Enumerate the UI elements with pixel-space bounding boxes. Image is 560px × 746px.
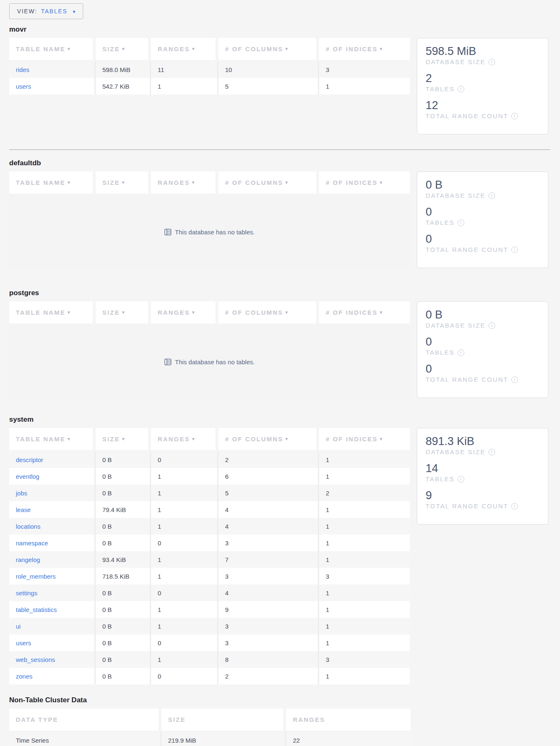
cell-columns: 5: [218, 78, 319, 94]
cell-value: 1: [158, 656, 161, 663]
info-icon[interactable]: [488, 322, 495, 329]
sort-arrow-icon[interactable]: ▼: [67, 437, 71, 441]
column-header-size[interactable]: SIZE▼: [96, 172, 151, 195]
column-header-table-name[interactable]: TABLE NAME▼: [9, 428, 96, 451]
sort-arrow-icon[interactable]: ▼: [67, 310, 71, 315]
table-name-link[interactable]: users: [16, 83, 31, 90]
table-name-link[interactable]: rides: [16, 66, 30, 73]
column-header-table-name[interactable]: TABLE NAME▼: [9, 38, 96, 61]
table-name-link[interactable]: lease: [16, 506, 31, 513]
sort-arrow-icon[interactable]: ▼: [379, 437, 383, 441]
table-name-link[interactable]: users: [16, 639, 31, 647]
table-name-link[interactable]: descriptor: [16, 456, 43, 463]
sort-arrow-icon[interactable]: ▼: [67, 180, 71, 185]
column-header-ranges[interactable]: RANGES▼: [151, 172, 218, 195]
sort-arrow-icon[interactable]: ▼: [121, 437, 125, 441]
cell-value: 0 B: [102, 589, 112, 597]
database-title-system: system: [9, 415, 550, 425]
table-name-link[interactable]: role_members: [16, 573, 56, 580]
cell-indices: 1: [319, 551, 410, 568]
table-name-link[interactable]: jobs: [16, 490, 27, 497]
sort-arrow-icon[interactable]: ▼: [191, 437, 195, 441]
cell-value: 1: [326, 456, 329, 463]
sort-arrow-icon[interactable]: ▼: [285, 47, 289, 51]
cell-value: 0 B: [102, 623, 112, 630]
sort-arrow-icon[interactable]: ▼: [379, 180, 383, 185]
column-header-ranges[interactable]: RANGES▼: [151, 428, 218, 451]
column-header-of-indices[interactable]: # OF INDICES▼: [319, 301, 410, 325]
column-header-of-columns[interactable]: # OF COLUMNS▼: [218, 38, 319, 61]
column-header-of-indices[interactable]: # OF INDICES▼: [319, 172, 410, 195]
info-icon[interactable]: [488, 59, 495, 65]
sort-arrow-icon[interactable]: ▼: [121, 180, 125, 185]
cell-value: 718.5 KiB: [102, 573, 129, 580]
cell-columns: 6: [218, 468, 319, 485]
sort-arrow-icon[interactable]: ▼: [285, 310, 289, 315]
cell-table: lease: [9, 501, 96, 518]
info-icon[interactable]: [458, 349, 464, 356]
sort-arrow-icon[interactable]: ▼: [379, 47, 383, 51]
table-row: eventlog0 B161: [9, 468, 410, 485]
info-icon[interactable]: [511, 376, 518, 383]
table-name-link[interactable]: rangelog: [16, 556, 40, 563]
section-divider: [9, 149, 550, 150]
column-header-ranges: RANGES: [286, 709, 411, 732]
sort-arrow-icon[interactable]: ▼: [67, 47, 71, 51]
system-table-wrap: TABLE NAME▼SIZE▼RANGES▼# OF COLUMNS▼# OF…: [9, 428, 410, 684]
column-header-ranges[interactable]: RANGES▼: [151, 38, 218, 61]
column-header-of-indices[interactable]: # OF INDICES▼: [319, 38, 410, 61]
column-header-table-name[interactable]: TABLE NAME▼: [9, 172, 96, 195]
column-header-of-columns[interactable]: # OF COLUMNS▼: [218, 428, 319, 451]
table-name-link[interactable]: ui: [16, 623, 21, 630]
sort-arrow-icon[interactable]: ▼: [191, 47, 195, 51]
column-header-of-indices[interactable]: # OF INDICES▼: [319, 428, 410, 451]
cell-ranges: 22: [286, 732, 411, 746]
non-table-table-wrap: DATA TYPESIZERANGES Time Series219.9 MiB…: [9, 709, 411, 746]
sort-arrow-icon[interactable]: ▼: [379, 310, 383, 315]
info-icon[interactable]: [488, 449, 495, 455]
column-header-size[interactable]: SIZE▼: [96, 301, 151, 325]
table-name-link[interactable]: zones: [16, 673, 32, 680]
column-header-of-columns[interactable]: # OF COLUMNS▼: [218, 172, 319, 195]
info-icon[interactable]: [488, 192, 495, 199]
column-header-label: DATA TYPE: [16, 716, 58, 723]
column-header-of-columns[interactable]: # OF COLUMNS▼: [218, 301, 319, 325]
info-icon[interactable]: [511, 246, 518, 253]
cell-value: 1: [326, 473, 329, 480]
sort-arrow-icon[interactable]: ▼: [121, 310, 125, 315]
sort-arrow-icon[interactable]: ▼: [121, 47, 125, 51]
stat-value: 9: [426, 489, 540, 502]
column-header-size[interactable]: SIZE▼: [96, 38, 151, 61]
cell-value: 0 B: [102, 523, 112, 530]
column-header-table-name[interactable]: TABLE NAME▼: [9, 301, 96, 325]
view-dropdown-button[interactable]: VIEW: TABLES ▾: [9, 3, 83, 19]
table-name-link[interactable]: table_statistics: [16, 606, 57, 613]
table-name-link[interactable]: eventlog: [16, 473, 40, 480]
cell-value: 1: [158, 490, 161, 497]
column-header-label: TABLE NAME: [16, 179, 65, 186]
cell-value: 598.0 MiB: [102, 66, 131, 73]
table-row: ui0 B131: [9, 618, 410, 634]
info-icon[interactable]: [458, 86, 464, 92]
table-name-link[interactable]: web_sessions: [16, 656, 55, 663]
stat-label: DATABASE SIZE: [426, 448, 486, 456]
info-icon[interactable]: [511, 113, 518, 119]
stat-total-range-count: 12 TOTAL RANGE COUNT: [426, 99, 540, 120]
cell-ranges: 1: [151, 551, 218, 568]
info-icon[interactable]: [458, 476, 464, 482]
table-name-link[interactable]: namespace: [16, 540, 48, 547]
info-icon[interactable]: [511, 503, 518, 510]
column-header-ranges[interactable]: RANGES▼: [151, 301, 218, 325]
sort-arrow-icon[interactable]: ▼: [191, 180, 195, 185]
info-icon[interactable]: [458, 219, 464, 226]
sort-arrow-icon[interactable]: ▼: [191, 310, 195, 315]
sort-arrow-icon[interactable]: ▼: [285, 437, 289, 441]
table-name-link[interactable]: settings: [16, 589, 37, 597]
sort-arrow-icon[interactable]: ▼: [285, 180, 289, 185]
table-row: jobs0 B152: [9, 485, 410, 501]
table-name-link[interactable]: locations: [16, 523, 40, 530]
column-header-size[interactable]: SIZE▼: [96, 428, 151, 451]
stat-label: TOTAL RANGE COUNT: [426, 502, 508, 510]
stat-database-size: 891.3 KiB DATABASE SIZE: [426, 435, 540, 456]
cell-value: 1: [326, 639, 329, 647]
